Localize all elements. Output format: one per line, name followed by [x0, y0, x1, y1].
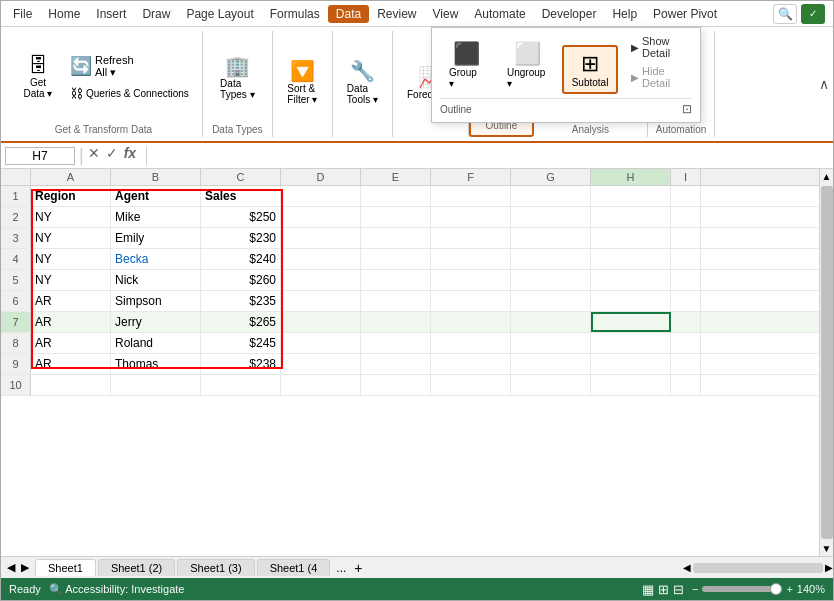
- zoom-out-button[interactable]: −: [692, 583, 698, 595]
- menu-help[interactable]: Help: [604, 5, 645, 23]
- cell-d9[interactable]: [281, 354, 361, 374]
- row-num-8[interactable]: 8: [1, 333, 31, 353]
- cell-b1[interactable]: Agent: [111, 186, 201, 206]
- formula-icon[interactable]: fx: [122, 145, 138, 166]
- cell-i7[interactable]: [671, 312, 701, 332]
- cell-a9[interactable]: AR: [31, 354, 111, 374]
- row-num-10[interactable]: 10: [1, 375, 31, 395]
- cell-i10[interactable]: [671, 375, 701, 395]
- cell-f2[interactable]: [431, 207, 511, 227]
- cell-c10[interactable]: [201, 375, 281, 395]
- hscroll-thumb[interactable]: [693, 563, 823, 573]
- cell-d8[interactable]: [281, 333, 361, 353]
- cell-b4[interactable]: Becka: [111, 249, 201, 269]
- col-header-d[interactable]: D: [281, 169, 361, 185]
- data-types-button[interactable]: 🏢 DataTypes ▾: [214, 50, 260, 104]
- hide-detail-button[interactable]: ▶ Hide Detail: [628, 64, 692, 90]
- row-num-9[interactable]: 9: [1, 354, 31, 374]
- cell-a6[interactable]: AR: [31, 291, 111, 311]
- menu-data[interactable]: Data: [328, 5, 369, 23]
- cell-c4[interactable]: $240: [201, 249, 281, 269]
- cell-e9[interactable]: [361, 354, 431, 374]
- ribbon-collapse-button[interactable]: ∧: [819, 76, 829, 92]
- row-num-6[interactable]: 6: [1, 291, 31, 311]
- cell-g2[interactable]: [511, 207, 591, 227]
- cell-i3[interactable]: [671, 228, 701, 248]
- cell-b5[interactable]: Nick: [111, 270, 201, 290]
- add-sheet-button[interactable]: +: [350, 560, 366, 576]
- row-num-1[interactable]: 1: [1, 186, 31, 206]
- cell-b8[interactable]: Roland: [111, 333, 201, 353]
- col-header-h[interactable]: H: [591, 169, 671, 185]
- zoom-slider[interactable]: [702, 586, 782, 592]
- cancel-icon[interactable]: ✕: [86, 145, 102, 166]
- sheet-tab-4[interactable]: Sheet1 (4: [257, 559, 331, 576]
- cell-e1[interactable]: [361, 186, 431, 206]
- cell-f6[interactable]: [431, 291, 511, 311]
- cell-b7[interactable]: Jerry: [111, 312, 201, 332]
- menu-draw[interactable]: Draw: [134, 5, 178, 23]
- cell-f1[interactable]: [431, 186, 511, 206]
- hscroll-right[interactable]: ▶: [825, 562, 833, 573]
- cell-g5[interactable]: [511, 270, 591, 290]
- cell-d10[interactable]: [281, 375, 361, 395]
- ungroup-panel-button[interactable]: ⬜ Ungroup ▾: [498, 36, 556, 94]
- menu-insert[interactable]: Insert: [88, 5, 134, 23]
- cell-f3[interactable]: [431, 228, 511, 248]
- cell-d7[interactable]: [281, 312, 361, 332]
- col-header-c[interactable]: C: [201, 169, 281, 185]
- cell-h9[interactable]: [591, 354, 671, 374]
- cell-a8[interactable]: AR: [31, 333, 111, 353]
- cell-g10[interactable]: [511, 375, 591, 395]
- cell-c9[interactable]: $238: [201, 354, 281, 374]
- cell-f5[interactable]: [431, 270, 511, 290]
- cell-a5[interactable]: NY: [31, 270, 111, 290]
- cell-e6[interactable]: [361, 291, 431, 311]
- cell-i6[interactable]: [671, 291, 701, 311]
- page-layout-view-icon[interactable]: ⊞: [658, 582, 669, 597]
- cell-b10[interactable]: [111, 375, 201, 395]
- menu-file[interactable]: File: [5, 5, 40, 23]
- cell-h3[interactable]: [591, 228, 671, 248]
- normal-view-icon[interactable]: ▦: [642, 582, 654, 597]
- cell-e7[interactable]: [361, 312, 431, 332]
- cell-h1[interactable]: [591, 186, 671, 206]
- name-box[interactable]: [5, 147, 75, 165]
- formula-input[interactable]: [155, 148, 829, 164]
- menu-power-pivot[interactable]: Power Pivot: [645, 5, 725, 23]
- cell-c3[interactable]: $230: [201, 228, 281, 248]
- col-header-e[interactable]: E: [361, 169, 431, 185]
- cell-b6[interactable]: Simpson: [111, 291, 201, 311]
- cell-g3[interactable]: [511, 228, 591, 248]
- sheet-tab-2[interactable]: Sheet1 (2): [98, 559, 175, 576]
- cell-g7[interactable]: [511, 312, 591, 332]
- horizontal-scrollbar[interactable]: ◀ ▶: [683, 562, 833, 573]
- cell-i4[interactable]: [671, 249, 701, 269]
- subtotal-panel-button[interactable]: ⊞ Subtotal: [562, 45, 618, 94]
- row-num-4[interactable]: 4: [1, 249, 31, 269]
- col-header-a[interactable]: A: [31, 169, 111, 185]
- cell-d4[interactable]: [281, 249, 361, 269]
- cell-e8[interactable]: [361, 333, 431, 353]
- menu-view[interactable]: View: [425, 5, 467, 23]
- cell-g8[interactable]: [511, 333, 591, 353]
- cell-g4[interactable]: [511, 249, 591, 269]
- cell-e2[interactable]: [361, 207, 431, 227]
- scroll-up-button[interactable]: ▲: [820, 169, 833, 184]
- cell-e3[interactable]: [361, 228, 431, 248]
- outline-dialog-icon[interactable]: ⊡: [682, 102, 692, 116]
- menu-formulas[interactable]: Formulas: [262, 5, 328, 23]
- data-tools-button[interactable]: 🔧 DataTools ▾: [341, 55, 384, 109]
- cell-a10[interactable]: [31, 375, 111, 395]
- cell-g1[interactable]: [511, 186, 591, 206]
- menu-home[interactable]: Home: [40, 5, 88, 23]
- cell-d2[interactable]: [281, 207, 361, 227]
- cell-d5[interactable]: [281, 270, 361, 290]
- cell-h8[interactable]: [591, 333, 671, 353]
- cell-i8[interactable]: [671, 333, 701, 353]
- hscroll-left[interactable]: ◀: [683, 562, 691, 573]
- cell-a3[interactable]: NY: [31, 228, 111, 248]
- row-num-7[interactable]: 7: [1, 312, 31, 332]
- col-header-g[interactable]: G: [511, 169, 591, 185]
- show-detail-button[interactable]: ▶ Show Detail: [628, 34, 692, 60]
